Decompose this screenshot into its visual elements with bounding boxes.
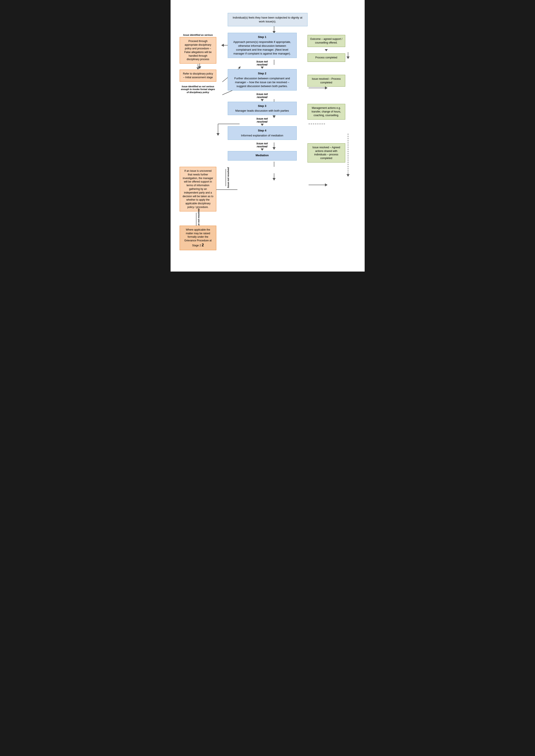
left-box-refer: Refer to disciplinary policy – Initial a… xyxy=(180,69,216,82)
left-box1-text: Proceed through appropriate disciplinary… xyxy=(184,40,212,61)
arrow-head-r1 xyxy=(325,49,328,51)
left-box-grievance: Where applicable the matter may be raise… xyxy=(180,226,216,250)
issue-identified-serious-label: Issue identified as serious xyxy=(183,34,213,36)
left-box2-text: Refer to disciplinary policy – Initial a… xyxy=(183,72,213,79)
left-col-top: Issue identified as serious Proceed thro… xyxy=(177,33,219,94)
step1-box: Step 1 Approach person(s) responsible if… xyxy=(228,33,297,58)
right-box-process-completed: Process completed xyxy=(307,53,345,62)
arrow-step2-step3 xyxy=(261,99,264,101)
step1-row: Issue identified as serious Proceed thro… xyxy=(177,33,358,162)
start-row: Individual(s) feels they have been subje… xyxy=(228,13,307,26)
left-box3-text: If an issue is uncovered that needs furt… xyxy=(183,169,213,209)
arrow-left-down1-head xyxy=(196,68,199,69)
issue-not-resolved-4: Issue notresolved xyxy=(256,142,268,148)
right-box-management: Management actions e.g. transfer, change… xyxy=(307,104,345,120)
gap-bottom-left xyxy=(219,167,223,250)
step1-title: Step 1 xyxy=(231,35,294,39)
mediation-box: Mediation xyxy=(228,151,297,161)
issue-not-resolved-2: Issue notresolved xyxy=(256,93,268,99)
right-box3-text: Issue resolved – Process completed xyxy=(312,77,341,84)
right-box-agreed-actions: Issue resolved – Agreed actions shared w… xyxy=(307,143,345,162)
step3-title: Step 3 xyxy=(231,104,294,108)
arrow-right-1 xyxy=(325,49,328,51)
grievance-stage-2: 2 xyxy=(202,243,204,247)
step3-text: Manager leads discussion with both parti… xyxy=(235,109,289,112)
step4-title: Step 4 xyxy=(231,129,294,133)
center-step1: Step 1 Approach person(s) responsible if… xyxy=(223,33,301,161)
issue-not-serious-label: Issue identified as not serious enough t… xyxy=(180,85,216,94)
vline xyxy=(198,64,198,67)
right-box-outcome: Outcome – agreed support / counselling o… xyxy=(307,35,345,47)
left-box-disciplinary: Proceed through appropriate disciplinary… xyxy=(180,37,216,64)
vert-line-left xyxy=(196,213,196,226)
right-box5-text: Issue resolved – Agreed actions shared w… xyxy=(312,146,340,160)
issue-not-resolved-vert-right: Issue not resolved xyxy=(226,167,229,188)
issue-not-resolved-1-wrap: Issue notresolved xyxy=(256,60,268,66)
arrow-head-3 xyxy=(261,99,264,101)
arrow-step1-step2 xyxy=(261,67,264,69)
flowchart-diagram: Individual(s) feels they have been subje… xyxy=(177,9,358,250)
step4-box: Step 4 Informed explanation of mediation xyxy=(228,126,297,140)
issue-not-resolved-3-wrap: Issue notresolved xyxy=(256,117,268,123)
arrow-head xyxy=(196,68,199,69)
issue-not-resolved-vert-wrap: Issue not resolved xyxy=(196,213,200,226)
left-box-investigation: If an issue is uncovered that needs furt… xyxy=(180,167,216,211)
issue-not-resolved-4-wrap: Issue notresolved xyxy=(256,142,268,148)
issue-not-resolved-3: Issue notresolved xyxy=(256,117,268,123)
right-box2-text: Process completed xyxy=(315,56,337,59)
right-box1-text: Outcome – agreed support / counselling o… xyxy=(310,38,342,44)
arrow-left-down1 xyxy=(198,64,198,68)
dashed-vert-line xyxy=(226,169,226,186)
right-col: Outcome – agreed support / counselling o… xyxy=(305,33,348,162)
step2-text: Further discussion between complainant a… xyxy=(235,77,290,88)
right-box-issue-resolved: Issue resolved – Process completed xyxy=(307,75,345,87)
arrow-head-5 xyxy=(261,148,264,150)
center-bottom-vert-label: Issue not resolved xyxy=(223,167,301,250)
issue-not-resolved-vert-label2: Issue not resolved xyxy=(227,167,229,188)
arrow-head-2 xyxy=(261,67,264,69)
step2-title: Step 2 xyxy=(231,71,294,75)
step4-text: Informed explanation of mediation xyxy=(241,134,283,137)
issue-not-resolved-2-wrap: Issue notresolved xyxy=(256,93,268,99)
step2-box: Step 2 Further discussion between compla… xyxy=(228,69,297,91)
start-box: Individual(s) feels they have been subje… xyxy=(228,13,307,26)
left-bottom: If an issue is uncovered that needs furt… xyxy=(177,167,219,250)
arrow-head-4 xyxy=(261,124,264,126)
arrow-step4-mediation xyxy=(261,148,264,150)
step1-text: Approach person(s) responsible if approp… xyxy=(233,40,291,55)
left-box4-text: Where applicable the matter may be raise… xyxy=(184,228,212,247)
bottom-row: If an issue is uncovered that needs furt… xyxy=(177,167,358,250)
issue-not-resolved-1: Issue notresolved xyxy=(256,60,268,66)
arrow-step3-step4 xyxy=(261,124,264,126)
start-text: Individual(s) feels they have been subje… xyxy=(233,16,302,23)
page: Individual(s) feels they have been subje… xyxy=(171,0,365,272)
mediation-title: Mediation xyxy=(231,153,294,157)
step3-box: Step 3 Manager leads discussion with bot… xyxy=(228,102,297,115)
right-box4-text: Management actions e.g. transfer, change… xyxy=(312,106,341,117)
